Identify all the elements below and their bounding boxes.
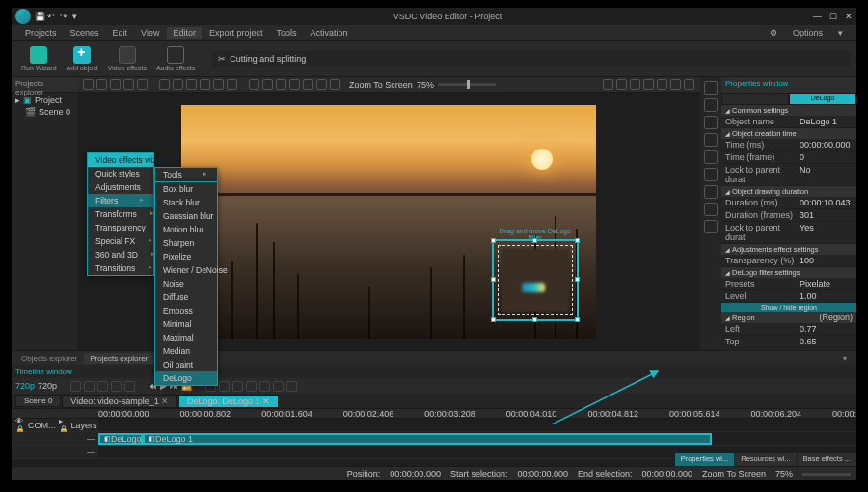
prop-section[interactable]: Region(Region) — [721, 312, 856, 323]
tool-icon[interactable] — [670, 79, 681, 90]
menu-item[interactable]: Pixelize — [155, 250, 217, 263]
tl-tool-icon[interactable] — [97, 381, 108, 392]
prop-row[interactable]: Lock to parent duratNo — [721, 164, 856, 186]
menu-activation[interactable]: Activation — [304, 27, 353, 39]
prop-section[interactable]: Common settings — [721, 105, 856, 116]
side-tool-icon[interactable] — [704, 150, 718, 164]
menu-projects[interactable]: Projects — [19, 27, 63, 39]
menu-item[interactable]: Stack blur — [155, 196, 217, 209]
prop-row[interactable]: Duration (frames)301 — [721, 209, 856, 222]
tool-icon[interactable] — [330, 79, 340, 90]
tl-tool-icon[interactable] — [232, 381, 243, 392]
gear-icon[interactable]: ⚙ — [764, 27, 783, 39]
menu-item[interactable]: Quick styles▸ — [88, 167, 153, 180]
timeline-ruler[interactable]: 00:00:00.00000:00:00.80200:00:01.60400:0… — [12, 408, 856, 419]
prop-row[interactable]: Left0.77 — [721, 323, 856, 336]
tool-icon[interactable] — [276, 79, 286, 90]
prop-row[interactable]: Time (ms)00:00:00.000 — [721, 139, 856, 151]
tool-icon[interactable] — [303, 79, 313, 90]
prop-row[interactable]: Transparency (%)100 — [721, 255, 856, 267]
video-preview[interactable]: Drag and move DeLogo filter — [181, 105, 596, 339]
prop-section[interactable]: Object creation time — [721, 128, 856, 139]
tab-properties[interactable]: Properties wi... — [675, 453, 735, 466]
tool-icon[interactable] — [603, 79, 613, 90]
prop-row[interactable]: Time (frame)0 — [721, 151, 856, 164]
prop-row[interactable]: Top0.65 — [721, 336, 856, 348]
prop-row[interactable]: Right0.96 — [721, 348, 856, 350]
side-tool-icon[interactable] — [704, 116, 718, 129]
tool-icon[interactable] — [96, 79, 107, 90]
menu-item[interactable]: Adjustments▸ — [88, 180, 153, 194]
menu-item[interactable]: Oil paint — [155, 358, 217, 371]
video-effects-button[interactable]: Video effects — [104, 44, 150, 73]
side-tool-icon[interactable] — [704, 168, 718, 181]
tool-icon[interactable] — [173, 79, 183, 90]
prop-section[interactable]: Object drawing duration — [721, 186, 856, 197]
side-tool-icon[interactable] — [704, 81, 718, 95]
tool-icon[interactable] — [616, 79, 627, 90]
menu-item[interactable]: Minimal — [155, 317, 217, 331]
menu-item[interactable]: Video effects wizard... — [88, 153, 153, 167]
tl-tool-icon[interactable] — [84, 381, 95, 392]
tool-icon[interactable] — [123, 79, 134, 90]
tool-icon[interactable] — [289, 79, 300, 90]
side-tool-icon[interactable] — [704, 203, 718, 216]
menu-editor[interactable]: Editor — [167, 27, 202, 39]
tab-objects-explorer[interactable]: Objects explorer — [15, 353, 83, 364]
menu-item[interactable]: Motion blur — [155, 223, 217, 236]
audio-effects-button[interactable]: Audio effects — [152, 44, 199, 73]
prop-section[interactable]: DeLogo filter settings — [721, 267, 856, 278]
menu-item[interactable]: Box blur — [155, 182, 217, 196]
prop-row[interactable]: Object nameDeLogo 1 — [721, 116, 856, 128]
tool-icon[interactable] — [200, 79, 210, 90]
menu-item[interactable]: DeLogo — [155, 371, 217, 385]
tl-tool-icon[interactable] — [286, 381, 297, 392]
side-tool-icon[interactable] — [704, 185, 718, 199]
maximize-icon[interactable]: ☐ — [829, 12, 837, 21]
side-tool-icon[interactable] — [704, 133, 718, 147]
menu-item[interactable]: Filters▸ — [88, 194, 153, 207]
tl-tool-icon[interactable] — [111, 381, 122, 392]
tool-icon[interactable] — [316, 79, 327, 90]
menu-item[interactable]: Gaussian blur — [155, 209, 217, 223]
prop-row[interactable]: Duration (ms)00:00:10.043 — [721, 197, 856, 209]
side-tool-icon[interactable] — [704, 98, 718, 112]
tab-base-effects[interactable]: Base effects ... — [798, 453, 856, 466]
menu-tools[interactable]: Tools — [270, 27, 302, 39]
tool-icon[interactable] — [227, 79, 237, 90]
menu-item[interactable]: Wiener / DeNoise — [155, 263, 217, 277]
tree-scene[interactable]: 🎬 Scene 0 — [15, 106, 73, 118]
tool-icon[interactable] — [630, 79, 640, 90]
track-label[interactable]: — — [12, 446, 98, 458]
tool-icon[interactable] — [684, 79, 694, 90]
delogo-region[interactable]: Drag and move DeLogo filter — [492, 239, 579, 321]
prop-row[interactable]: Lock to parent duratYes — [721, 222, 856, 244]
tool-icon[interactable] — [657, 79, 667, 90]
prop-button[interactable]: Show / hide region — [721, 303, 856, 312]
zoom-slider[interactable] — [438, 83, 496, 86]
menu-item[interactable]: Noise — [155, 277, 217, 290]
run-wizard-button[interactable]: Run Wizard — [17, 44, 61, 73]
tl-tool-icon[interactable] — [70, 381, 81, 392]
menu-item[interactable]: Special FX▸ — [88, 234, 153, 248]
menu-item[interactable]: Sharpen — [155, 236, 217, 250]
tl-tool-icon[interactable] — [219, 381, 230, 392]
menu-item[interactable]: Diffuse — [155, 290, 217, 304]
tool-icon[interactable] — [643, 79, 654, 90]
clip-delogo-small[interactable]: ◧ DeLogo — [98, 433, 143, 445]
menu-item[interactable]: Maximal — [155, 331, 217, 344]
tree-project[interactable]: ▸ ▣ Project — [15, 95, 73, 106]
menu-item[interactable]: Transforms▸ — [88, 207, 153, 221]
clip-delogo-main[interactable]: ◧ DeLogo 1 — [143, 433, 712, 445]
zoom-value[interactable]: 75% — [417, 80, 434, 90]
scissors-icon[interactable]: ✂ — [218, 54, 226, 64]
options-label[interactable]: Options — [787, 27, 828, 39]
tl-tool-icon[interactable] — [124, 381, 135, 392]
tl-tool-icon[interactable] — [259, 381, 270, 392]
tool-icon[interactable] — [213, 79, 224, 90]
minimize-icon[interactable]: — — [813, 12, 822, 21]
tl-tool-icon[interactable] — [273, 381, 284, 392]
tool-icon[interactable] — [83, 79, 94, 90]
tool-icon[interactable] — [262, 79, 273, 90]
tool-icon[interactable] — [186, 79, 197, 90]
